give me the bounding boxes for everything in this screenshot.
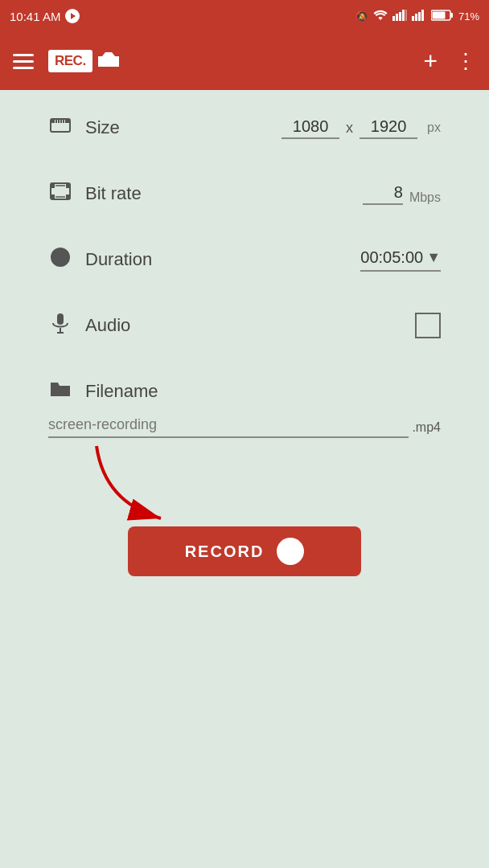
logo-text: REC. (48, 50, 92, 72)
svg-rect-1 (396, 14, 398, 21)
svg-rect-2 (399, 12, 401, 21)
record-button-label: RECORD (185, 542, 265, 561)
filename-input[interactable] (48, 416, 409, 438)
duration-dropdown[interactable]: 00:05:00 ▼ (360, 248, 441, 272)
size-setting-row: Size x px (48, 114, 441, 141)
svg-rect-7 (418, 12, 421, 21)
svg-rect-16 (58, 119, 60, 123)
app-bar-left: REC. (13, 49, 120, 74)
svg-rect-8 (421, 10, 424, 21)
svg-rect-19 (65, 119, 69, 123)
signal2-icon (412, 10, 426, 23)
status-bar: 10:41 AM 🔕 (0, 0, 489, 32)
svg-rect-17 (60, 119, 62, 123)
svg-rect-6 (415, 14, 417, 21)
duration-label-text: Duration (85, 249, 152, 270)
notification-icon: 🔕 (355, 10, 368, 23)
duration-setting-row: Duration 00:05:00 ▼ (48, 246, 441, 273)
annotation-arrow (88, 438, 201, 526)
svg-rect-10 (450, 13, 453, 18)
filename-section: Filename .mp4 (48, 378, 441, 438)
svg-rect-3 (402, 10, 405, 21)
bitrate-setting-row: Bit rate Mbps (48, 180, 441, 207)
bitrate-unit: Mbps (409, 190, 441, 205)
dropdown-arrow-icon: ▼ (426, 249, 441, 266)
svg-rect-23 (66, 183, 70, 188)
status-bar-left: 10:41 AM (10, 9, 80, 23)
bitrate-input[interactable] (363, 183, 403, 205)
battery-icon (431, 10, 454, 23)
svg-rect-22 (51, 194, 55, 199)
record-button[interactable]: RECORD (128, 526, 361, 576)
svg-rect-15 (55, 119, 57, 123)
svg-rect-18 (63, 119, 64, 123)
add-button[interactable]: + (423, 49, 438, 73)
filename-icon (48, 378, 72, 405)
filename-input-row: .mp4 (48, 416, 441, 438)
audio-icon (48, 312, 72, 339)
duration-value: 00:05:00 (360, 248, 423, 267)
svg-rect-24 (66, 194, 70, 199)
play-status-icon (65, 9, 80, 23)
size-icon (48, 114, 72, 141)
duration-icon (48, 246, 72, 273)
audio-label-text: Audio (85, 315, 130, 336)
svg-rect-0 (392, 16, 395, 21)
size-width-input[interactable] (281, 117, 339, 139)
filename-label-text: Filename (85, 381, 158, 402)
svg-marker-12 (98, 52, 119, 67)
main-content: Size x px Bit rate (0, 90, 489, 608)
audio-label: Audio (48, 312, 130, 339)
bitrate-label: Bit rate (48, 180, 142, 207)
size-label: Size (48, 114, 120, 141)
hamburger-menu[interactable] (13, 54, 34, 69)
app-bar: REC. + ⋮ (0, 32, 489, 90)
svg-rect-14 (51, 119, 55, 123)
app-logo: REC. (48, 49, 120, 74)
svg-rect-4 (405, 10, 407, 21)
more-options-button[interactable]: ⋮ (455, 51, 476, 72)
size-label-text: Size (85, 117, 120, 138)
wifi-icon (373, 10, 388, 23)
battery-percent: 71% (458, 10, 479, 23)
bitrate-label-text: Bit rate (85, 183, 142, 204)
audio-checkbox[interactable] (415, 313, 441, 338)
bitrate-value: Mbps (363, 183, 441, 205)
status-time: 10:41 AM (10, 10, 60, 23)
audio-setting-row: Audio (48, 312, 441, 339)
camera-icon (97, 49, 120, 74)
bitrate-icon (48, 180, 72, 207)
duration-label: Duration (48, 246, 152, 273)
record-button-circle (277, 538, 304, 565)
size-unit: px (427, 121, 441, 135)
svg-rect-30 (57, 313, 64, 325)
size-separator: x (346, 120, 353, 137)
svg-rect-5 (412, 16, 414, 21)
svg-rect-21 (51, 183, 55, 188)
svg-rect-11 (432, 11, 445, 18)
app-bar-right: + ⋮ (423, 49, 476, 73)
size-height-input[interactable] (360, 117, 417, 139)
signal-icon (392, 10, 407, 23)
size-inputs: x px (281, 117, 441, 139)
arrow-container (48, 438, 441, 526)
status-bar-right: 🔕 (355, 10, 479, 23)
filename-extension: .mp4 (412, 420, 441, 438)
filename-label-row: Filename (48, 378, 441, 405)
